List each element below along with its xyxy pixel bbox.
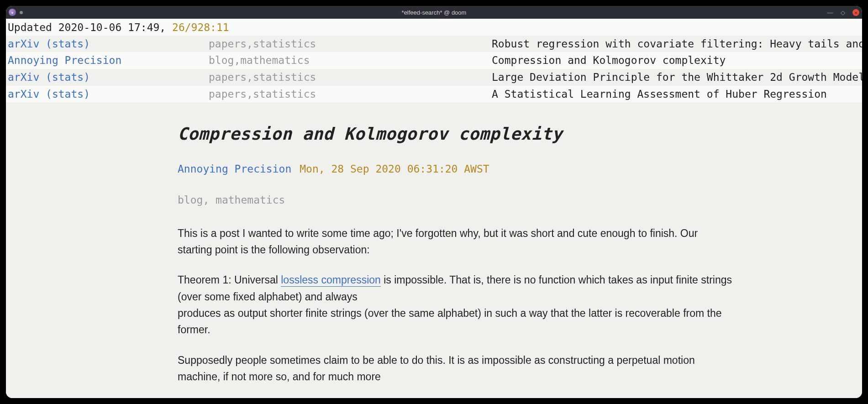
feed-row[interactable]: arXiv (stats)papers,statisticsA Statisti… — [6, 86, 862, 103]
feed-row[interactable]: arXiv (stats)papers,statisticsRobust reg… — [6, 36, 862, 52]
minimize-button[interactable]: — — [827, 9, 833, 16]
feed-tags: papers,statistics — [209, 69, 492, 86]
window-title: *elfeed-search* @ doom — [6, 9, 862, 16]
window-titlebar: ✦ *elfeed-search* @ doom — ◇ ✕ — [6, 6, 862, 19]
unsaved-indicator-icon — [20, 11, 23, 14]
article-paragraph: Supposedly people sometimes claim to be … — [178, 352, 735, 385]
article-tags: blog, mathematics — [178, 194, 735, 206]
feed-source: Annoying Precision — [8, 52, 209, 69]
lossless-compression-link[interactable]: lossless compression — [281, 274, 381, 287]
article-body: This is a post I wanted to write some ti… — [178, 225, 735, 385]
article-source: Annoying Precision — [178, 163, 291, 175]
elfeed-show-pane[interactable]: Compression and Kolmogorov complexity An… — [6, 103, 862, 398]
feed-row[interactable]: arXiv (stats)papers,statisticsLarge Devi… — [6, 69, 862, 86]
feed-title: A Statistical Learning Assessment of Hub… — [492, 86, 827, 103]
article-title: Compression and Kolmogorov complexity — [178, 124, 735, 144]
feed-title: Robust regression with covariate filteri… — [492, 36, 862, 52]
feed-tags: papers,statistics — [209, 36, 492, 52]
feed-source: arXiv (stats) — [8, 36, 209, 52]
feed-title: Compression and Kolmogorov complexity — [492, 52, 726, 69]
feed-tags: blog,mathematics — [209, 52, 492, 69]
article-date: Mon, 28 Sep 2020 06:31:20 AWST — [300, 163, 489, 175]
article-meta: Annoying PrecisionMon, 28 Sep 2020 06:31… — [178, 163, 735, 175]
close-button[interactable]: ✕ — [852, 9, 859, 16]
article-paragraph: This is a post I wanted to write some ti… — [178, 225, 735, 258]
feed-source: arXiv (stats) — [8, 86, 209, 103]
feed-source: arXiv (stats) — [8, 69, 209, 86]
elfeed-status-line: Updated 2020-10-06 17:49, 26/928:11 — [6, 19, 862, 36]
feed-tags: papers,statistics — [209, 86, 492, 103]
feed-title: Large Deviation Principle for the Whitta… — [492, 69, 862, 86]
feed-row[interactable]: Annoying Precisionblog,mathematicsCompre… — [6, 52, 862, 69]
maximize-button[interactable]: ◇ — [840, 9, 846, 16]
emacs-app-icon: ✦ — [9, 9, 16, 16]
article-paragraph: Theorem 1: Universal lossless compressio… — [178, 272, 735, 338]
elfeed-search-list[interactable]: arXiv (stats)papers,statisticsRobust reg… — [6, 36, 862, 103]
